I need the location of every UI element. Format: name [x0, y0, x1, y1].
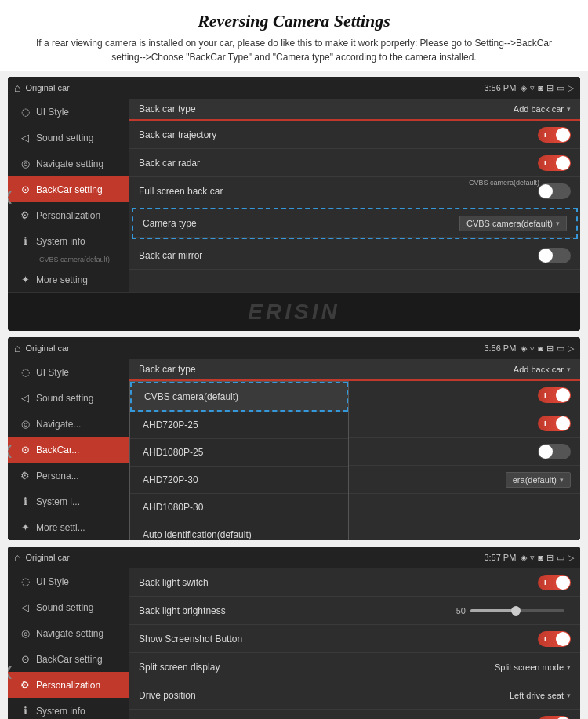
- sidebar-item-ui-style-2[interactable]: ◌ UI Style: [8, 359, 129, 385]
- sound-icon-2: ◁: [19, 392, 31, 404]
- add-back-car-select-2[interactable]: Add back car ▾: [514, 365, 571, 374]
- sidebar-item-ui-style[interactable]: ◌ UI Style: [8, 99, 129, 125]
- sidebar-item-personalization[interactable]: ⚙ Personalization: [8, 202, 129, 228]
- radar-toggle[interactable]: I: [538, 155, 571, 171]
- sidebar-item-more-2[interactable]: ✦ More setti...: [8, 514, 129, 540]
- backlight-switch-label: Back light switch: [139, 577, 538, 588]
- dropdown-item-ahd1080p30[interactable]: AHD1080P-30: [130, 494, 348, 521]
- sidebar-item-label: Personalization: [36, 210, 100, 221]
- toggle-knob: [556, 128, 570, 142]
- sidebar-1: ❮ ◌ UI Style ◁ Sound setting ◎ Navigate …: [8, 99, 129, 292]
- add-back-car-value-2: Add back car: [514, 365, 564, 374]
- screen-2: ⌂ Original car 3:56 PM ◈ ▿ ◙ ⊞ ▭ ▷ ❮ ◌ U…: [8, 337, 580, 540]
- trajectory-toggle-2[interactable]: I: [538, 387, 571, 403]
- back-car-radar-row: Back car radar I: [129, 149, 580, 177]
- fullscreen-toggle-2[interactable]: [538, 444, 571, 459]
- split-screen-select[interactable]: Split screen mode ▾: [495, 663, 571, 672]
- toggle-knob: [556, 388, 570, 402]
- dropdown-item-auto[interactable]: Auto identification(default): [130, 521, 348, 540]
- sidebar-item-sound-3[interactable]: ◁ Sound setting: [8, 594, 129, 620]
- camera-type-select-2[interactable]: era(default) ▾: [506, 472, 571, 488]
- mirror-toggle[interactable]: [538, 248, 571, 263]
- screenshot-toggle[interactable]: I: [538, 631, 571, 647]
- sidebar-item-navigate-2[interactable]: ◎ Navigate...: [8, 411, 129, 437]
- home-icon[interactable]: ⌂: [14, 82, 20, 94]
- drive-position-row: Drive position Left drive seat ▾: [129, 681, 580, 710]
- add-back-car-select[interactable]: Add back car ▾: [514, 104, 571, 114]
- mirror-label: Back car mirror: [139, 250, 538, 261]
- sidebar-item-label: Personalization: [36, 680, 100, 691]
- screen-2-body: ❮ ◌ UI Style ◁ Sound setting ◎ Navigate.…: [8, 359, 580, 540]
- trajectory-toggle[interactable]: I: [538, 127, 571, 143]
- home-icon-3[interactable]: ⌂: [14, 551, 20, 564]
- sidebar-item-label: Persona...: [36, 470, 79, 481]
- page-header: Reversing Camera Settings If a rear view…: [0, 0, 588, 71]
- backcar-icon: ⊙: [19, 183, 31, 195]
- sound-icon: ◁: [19, 132, 31, 143]
- sidebar-item-ui-style-3[interactable]: ◌ UI Style: [8, 568, 129, 594]
- radar-enable-toggle[interactable]: I: [538, 716, 571, 720]
- toggle-knob: [556, 632, 570, 646]
- fullscreen-toggle[interactable]: [538, 183, 571, 199]
- toggle-i-icon: I: [544, 159, 546, 167]
- sidebar-item-backcar-3[interactable]: ⊙ BackCar setting: [8, 646, 129, 672]
- grid-icon-3: ⊞: [546, 553, 554, 563]
- sidebar-item-label: Navigate setting: [36, 628, 103, 639]
- camera-type-label: Camera type: [143, 218, 459, 229]
- watermark-bar-1: ERISIN: [8, 292, 580, 331]
- camera-type-dropdown[interactable]: CVBS camera(default) AHD720P-25 AHD1080P…: [129, 381, 349, 540]
- sidebar-item-system-info[interactable]: ℹ System info: [8, 228, 129, 254]
- camera-icon: ◙: [538, 83, 543, 93]
- sidebar-item-personalization-2[interactable]: ⚙ Persona...: [8, 463, 129, 488]
- drive-position-value: Left drive seat: [510, 691, 564, 700]
- back-car-mirror-row: Back car mirror: [129, 241, 580, 270]
- sidebar-item-backcar[interactable]: ⊙ BackCar setting: [8, 176, 129, 202]
- sidebar-chevron-3[interactable]: ❮: [8, 664, 13, 679]
- sidebar-item-label: System info: [36, 236, 85, 247]
- back-icon-2[interactable]: ▷: [568, 343, 574, 354]
- sound-icon-3: ◁: [19, 601, 31, 613]
- camera-type-value-2: era(default): [513, 475, 557, 485]
- sidebar-item-label: UI Style: [36, 107, 69, 118]
- sidebar-item-sound[interactable]: ◁ Sound setting: [8, 125, 129, 151]
- top-row-1: Back car type Add back car ▾: [129, 99, 580, 121]
- sidebar-chevron-2[interactable]: ❮: [8, 442, 13, 457]
- dropdown-item-ahd720p30[interactable]: AHD720P-30: [130, 467, 348, 494]
- home-icon-2[interactable]: ⌂: [14, 342, 20, 354]
- sidebar-item-system-info-3[interactable]: ℹ System info: [8, 698, 129, 719]
- sidebar-item-system-info-2[interactable]: ℹ System i...: [8, 488, 129, 514]
- back-icon[interactable]: ▷: [568, 83, 574, 93]
- sidebar-item-navigate-3[interactable]: ◎ Navigate setting: [8, 620, 129, 646]
- backlight-switch-toggle[interactable]: I: [538, 575, 571, 590]
- dropdown-item-ahd1080p25[interactable]: AHD1080P-25: [130, 439, 348, 467]
- sidebar-item-label: BackCar setting: [36, 184, 103, 195]
- split-screen-value: Split screen mode: [495, 663, 564, 672]
- navigate-icon: ◎: [19, 158, 31, 169]
- camera-type-select[interactable]: CVBS camera(default) ▾: [459, 216, 567, 231]
- dropdown-item-ahd720p25[interactable]: AHD720P-25: [130, 412, 348, 439]
- sidebar-item-navigate[interactable]: ◎ Navigate setting: [8, 151, 129, 176]
- camera-type-row: Camera type CVBS camera(default) ▾: [133, 209, 576, 238]
- sidebar-item-more[interactable]: ✦ More setting: [8, 267, 129, 292]
- toggle-i-icon: I: [544, 579, 546, 586]
- split-screen-row: Split screen display Split screen mode ▾: [129, 653, 580, 681]
- screen-3: ⌂ Original car 3:57 PM ◈ ▿ ◙ ⊞ ▭ ▷ ❮ ◌ U…: [8, 547, 580, 719]
- drive-position-select[interactable]: Left drive seat ▾: [510, 691, 571, 700]
- sidebar-item-personalization-3[interactable]: ⚙ Personalization: [8, 672, 129, 698]
- grid-icon: ⊞: [546, 83, 554, 93]
- sidebar-item-backcar-2[interactable]: ⊙ BackCar...: [8, 437, 129, 463]
- status-icons-1: ◈ ▿ ◙ ⊞ ▭ ▷: [521, 83, 574, 93]
- back-icon-3[interactable]: ▷: [568, 553, 574, 563]
- radar-enable-row: Radar enable switch I: [129, 710, 580, 719]
- sidebar-item-sound-2[interactable]: ◁ Sound setting: [8, 385, 129, 411]
- radar-toggle-2[interactable]: I: [538, 416, 571, 431]
- ui-style-icon: ◌: [19, 106, 31, 118]
- sidebar-item-label: Sound setting: [36, 133, 93, 143]
- add-back-car-value: Add back car: [514, 104, 564, 114]
- sidebar-chevron[interactable]: ❮: [8, 188, 13, 203]
- brightness-slider[interactable]: [470, 609, 564, 612]
- camera-dropdown-arrow-2: ▾: [560, 476, 564, 484]
- dropdown-item-cvbs[interactable]: CVBS camera(default): [130, 382, 348, 412]
- personalization-icon-2: ⚙: [19, 470, 31, 481]
- camera-type-value: CVBS camera(default): [466, 219, 553, 228]
